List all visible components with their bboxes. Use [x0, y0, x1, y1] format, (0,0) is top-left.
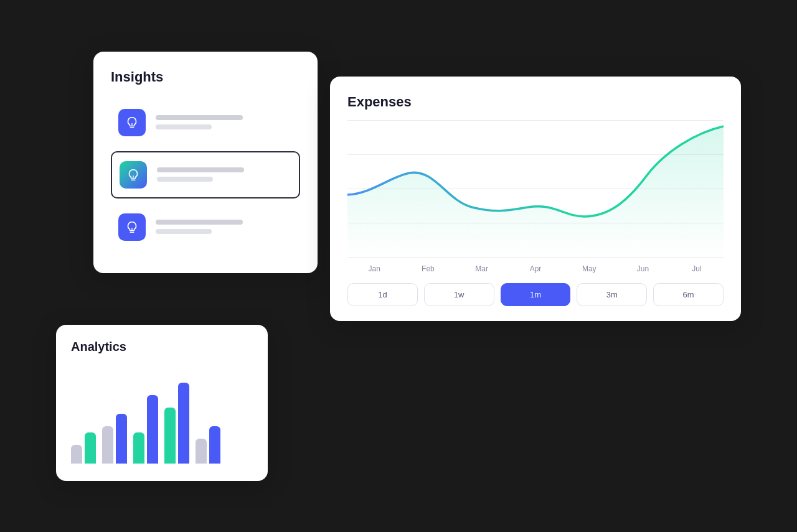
bar-group: [102, 414, 127, 464]
x-labels: JanFebMarAprMayJunJul: [347, 264, 724, 273]
x-axis-label: Jan: [347, 264, 401, 273]
time-button-1d[interactable]: 1d: [347, 283, 418, 306]
bar-group: [71, 432, 96, 464]
lightbulb-icon: [120, 161, 147, 189]
bar: [196, 439, 207, 464]
x-axis-label: Mar: [455, 264, 509, 273]
bar: [164, 408, 176, 464]
text-line-long: [156, 115, 243, 120]
insight-text-lines: [156, 115, 293, 129]
main-scene: Insights Analytics Expenses: [56, 33, 741, 500]
text-line-short: [156, 124, 212, 129]
time-button-3m[interactable]: 3m: [577, 283, 647, 306]
bar: [102, 426, 113, 464]
lightbulb-icon: [118, 213, 146, 241]
bar: [178, 383, 189, 464]
bar: [209, 426, 220, 464]
bar-group: [196, 426, 220, 464]
x-axis-label: Feb: [401, 264, 455, 273]
expenses-chart-svg: [347, 120, 724, 257]
analytics-card: Analytics: [56, 325, 268, 481]
x-axis-label: Apr: [509, 264, 562, 273]
insights-title: Insights: [111, 69, 300, 85]
analytics-title: Analytics: [71, 340, 253, 354]
x-axis-label: Jun: [616, 264, 669, 273]
bar: [85, 432, 96, 464]
x-axis-label: Jul: [670, 264, 724, 273]
lightbulb-icon: [118, 109, 146, 136]
bar-group: [164, 383, 189, 464]
time-button-1m[interactable]: 1m: [501, 283, 571, 306]
text-line-short: [157, 177, 213, 182]
bar: [116, 414, 127, 464]
time-buttons: 1d1w1m3m6m: [347, 283, 724, 306]
bar-chart: [71, 366, 253, 466]
insight-text-lines: [157, 167, 291, 182]
insights-card: Insights: [93, 52, 318, 273]
insight-item[interactable]: [111, 151, 300, 198]
expenses-title: Expenses: [347, 94, 724, 110]
insight-item[interactable]: [111, 100, 300, 145]
bar: [71, 445, 82, 464]
text-line-long: [156, 220, 243, 225]
expenses-card: Expenses: [330, 77, 741, 321]
time-button-1w[interactable]: 1w: [424, 283, 494, 306]
bar: [147, 395, 158, 464]
insight-item[interactable]: [111, 205, 300, 250]
text-line-short: [156, 229, 212, 234]
bar-group: [133, 395, 158, 464]
insight-text-lines: [156, 220, 293, 234]
chart-area: [347, 120, 724, 257]
x-axis-label: May: [562, 264, 616, 273]
bar: [133, 432, 144, 464]
time-button-6m[interactable]: 6m: [653, 283, 724, 306]
text-line-long: [157, 167, 244, 172]
